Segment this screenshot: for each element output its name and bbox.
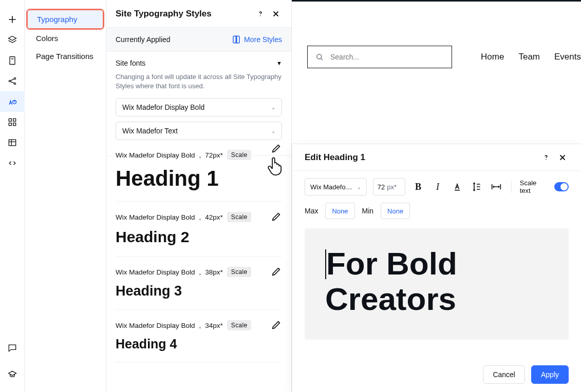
edit-icon[interactable]: [271, 211, 282, 222]
search-icon: [315, 52, 324, 62]
svg-rect-5: [9, 119, 11, 121]
currently-applied-row: Currently Applied More Styles: [106, 28, 291, 52]
max-label: Max: [305, 207, 318, 215]
max-value[interactable]: None: [325, 203, 354, 219]
page-icon[interactable]: [0, 50, 25, 71]
min-label: Min: [362, 207, 374, 215]
nav-team[interactable]: Team: [518, 52, 540, 62]
edit-icon[interactable]: [271, 266, 282, 277]
style-sample: Heading 1: [116, 166, 282, 191]
table-icon[interactable]: [0, 132, 25, 153]
chevron-down-icon: ⌄: [271, 128, 275, 134]
site-fonts-description: Changing a font will update it across al…: [116, 72, 282, 91]
code-icon[interactable]: [0, 153, 25, 173]
svg-rect-13: [455, 190, 460, 191]
scale-text-label: Scale text: [520, 179, 545, 194]
italic-button[interactable]: I: [431, 179, 444, 194]
min-value[interactable]: None: [381, 203, 410, 219]
scale-badge: Scale: [227, 150, 252, 160]
font-select-1[interactable]: Wix Madefor Display Bold ⌄: [116, 98, 282, 116]
layers-icon[interactable]: [0, 30, 25, 50]
font-select-2[interactable]: Wix Madefor Text ⌄: [116, 122, 282, 140]
edit-heading-modal: Edit Heading 1 Wix Madefor Di… ⌄ 72 px* …: [292, 144, 581, 392]
cancel-button[interactable]: Cancel: [483, 365, 525, 384]
close-icon[interactable]: [270, 8, 282, 20]
menu-item-colors[interactable]: Colors: [27, 29, 104, 47]
style-sample: Heading 4: [116, 337, 282, 351]
scale-text-toggle[interactable]: [554, 182, 569, 191]
add-icon[interactable]: [0, 9, 25, 30]
apply-button[interactable]: Apply: [531, 365, 569, 384]
edit-icon[interactable]: [271, 319, 282, 330]
svg-point-12: [546, 159, 547, 160]
more-styles-link[interactable]: More Styles: [232, 35, 282, 44]
svg-point-10: [260, 15, 261, 16]
help-icon[interactable]: [254, 8, 267, 20]
style-heading-4[interactable]: Wix Madefor Display Bold, 34px* Scale He…: [116, 310, 282, 362]
bold-button[interactable]: B: [411, 179, 425, 194]
search-input[interactable]: [330, 53, 444, 61]
svg-point-11: [317, 54, 322, 59]
panel-header: Site Typography Styles: [106, 0, 291, 28]
learn-icon[interactable]: [0, 364, 25, 385]
svg-point-3: [14, 83, 15, 84]
text-preview[interactable]: For Bold Creators: [305, 228, 569, 340]
style-heading-3[interactable]: Wix Madefor Display Bold, 38px* Scale He…: [116, 257, 282, 310]
design-menu: Typography Colors Page Transitions: [25, 0, 106, 65]
help-icon[interactable]: [540, 151, 552, 164]
svg-rect-0: [10, 57, 15, 65]
close-icon[interactable]: [556, 151, 569, 164]
scale-badge: Scale: [227, 267, 252, 277]
svg-rect-7: [9, 123, 11, 126]
font-family-dropdown[interactable]: Wix Madefor Di… ⌄: [305, 178, 367, 195]
edit-toolbar: Wix Madefor Di… ⌄ 72 px* B I Scale text: [292, 171, 581, 203]
svg-rect-6: [13, 119, 15, 121]
site-fonts-label: Site fonts: [116, 59, 145, 67]
canvas-preview: Home Team Events: [292, 0, 581, 144]
nav-home[interactable]: Home: [481, 52, 504, 62]
svg-point-1: [9, 80, 10, 82]
menu-item-typography[interactable]: Typography: [27, 9, 104, 29]
nav-events[interactable]: Events: [554, 52, 581, 62]
style-sample: Heading 3: [116, 283, 282, 299]
site-nav: Home Team Events: [307, 46, 581, 68]
chevron-down-icon: ⌄: [357, 184, 361, 190]
style-heading-1[interactable]: Wix Madefor Display Bold, 72px* Scale He…: [116, 140, 282, 202]
style-sample: Heading 2: [116, 228, 282, 246]
search-box[interactable]: [307, 46, 452, 68]
svg-rect-9: [9, 140, 15, 146]
menu-item-page-transitions[interactable]: Page Transitions: [27, 47, 104, 65]
chat-icon[interactable]: [0, 338, 25, 358]
svg-rect-8: [13, 123, 15, 126]
line-height-button[interactable]: [470, 179, 483, 194]
chevron-down-icon: ⌄: [271, 105, 275, 110]
min-max-row: Max None Min None: [292, 203, 581, 228]
style-heading-2[interactable]: Wix Madefor Display Bold, 42px* Scale He…: [116, 202, 282, 257]
letter-spacing-button[interactable]: [490, 179, 503, 194]
typography-panel: Site Typography Styles Currently Applied…: [106, 0, 292, 392]
svg-point-2: [14, 77, 15, 79]
panel-title: Site Typography Styles: [116, 9, 212, 19]
share-icon[interactable]: [0, 71, 25, 91]
typography-style-list[interactable]: Wix Madefor Display Bold, 72px* Scale He…: [106, 140, 291, 392]
text-color-button[interactable]: [451, 179, 464, 194]
edit-icon[interactable]: [271, 143, 282, 154]
currently-applied-label: Currently Applied: [116, 35, 171, 44]
modal-title: Edit Heading 1: [305, 152, 365, 163]
apps-icon[interactable]: [0, 112, 25, 132]
collapse-icon[interactable]: ▼: [276, 60, 282, 66]
icon-rail: [0, 0, 25, 392]
font-size-input[interactable]: 72 px*: [373, 178, 405, 195]
scale-badge: Scale: [227, 212, 252, 222]
scale-badge: Scale: [227, 320, 252, 330]
design-icon[interactable]: [0, 91, 25, 112]
